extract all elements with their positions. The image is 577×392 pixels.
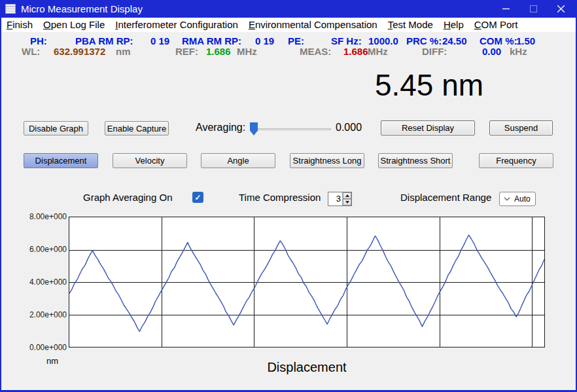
maximize-icon — [530, 5, 537, 12]
menu-environmental-compensation[interactable]: Environmental Compensation — [243, 18, 383, 32]
arrow-down-icon — [345, 201, 349, 204]
diff-label: DIFF: — [422, 46, 447, 57]
suspend-button[interactable]: Suspend — [489, 120, 553, 135]
averaging-slider-track[interactable] — [253, 128, 331, 130]
tab-displacement[interactable]: Displacement — [24, 153, 98, 168]
ref-unit: MHz — [237, 46, 257, 57]
chevron-down-icon — [504, 197, 510, 201]
status-panel: PH: PBA RM RP: 0 19 RMA RM RP: 0 19 PE: … — [0, 32, 577, 62]
wl-label: WL: — [22, 46, 40, 57]
sf-hz-label: SF Hz: — [331, 35, 362, 46]
y-tick-0: 0.00e+000 — [26, 343, 67, 352]
displacement-range-label: Displacement Range — [400, 192, 491, 203]
tab-frequency[interactable]: Frequency — [479, 153, 553, 168]
tab-velocity[interactable]: Velocity — [113, 153, 187, 168]
displacement-graph — [69, 217, 545, 347]
averaging-value: 0.000 — [336, 122, 362, 134]
graph-averaging-checkbox[interactable]: ✓ — [192, 192, 203, 203]
y-tick-2: 2.00e+000 — [26, 310, 67, 319]
diff-value: 0.00 — [482, 46, 501, 57]
pe-label: PE: — [288, 35, 304, 46]
time-compression-down-button[interactable] — [343, 199, 351, 205]
wl-value: 632.991372 — [54, 46, 105, 57]
meas-unit: MHz — [368, 46, 388, 57]
ph-label: PH: — [30, 35, 47, 46]
maximize-button[interactable] — [519, 0, 547, 18]
disable-graph-button[interactable]: Disable Graph — [24, 121, 88, 135]
prc-label: PRC %: — [406, 35, 442, 46]
meas-label: MEAS: — [300, 46, 331, 57]
time-compression-value[interactable]: 3 — [328, 192, 342, 205]
y-axis-unit-label: nm — [46, 356, 58, 366]
close-button[interactable] — [547, 0, 574, 18]
displacement-range-value: Auto — [514, 194, 531, 204]
time-compression-up-button[interactable] — [343, 192, 351, 199]
displacement-reading: 5.45 nm — [364, 67, 495, 104]
menu-com-port[interactable]: COM Port — [469, 18, 523, 32]
y-tick-6: 6.00e+000 — [26, 245, 67, 254]
sf-hz-value: 1000.0 — [368, 35, 398, 46]
menu-help[interactable]: Help — [438, 18, 469, 32]
y-tick-4: 4.00e+000 — [26, 277, 67, 287]
app-icon — [5, 4, 16, 14]
minimize-button[interactable] — [492, 0, 519, 18]
rma-rm-rp-value: 0 19 — [255, 35, 274, 46]
close-icon — [557, 5, 565, 12]
pba-rm-rp-label: PBA RM RP: — [75, 35, 133, 46]
com-label: COM %: — [480, 35, 517, 46]
time-compression-label: Time Compression — [239, 192, 321, 203]
time-compression-stepper[interactable]: 3 — [328, 192, 352, 206]
displacement-range-dropdown[interactable]: Auto — [499, 192, 536, 206]
tab-straightness-long[interactable]: Straightness Long — [290, 153, 364, 168]
tab-straightness-short[interactable]: Straightness Short — [378, 153, 453, 168]
enable-capture-button[interactable]: Enable Capture — [105, 121, 169, 135]
window-border-left — [0, 18, 1, 392]
waveform-svg — [69, 217, 544, 347]
wl-unit: nm — [116, 46, 131, 57]
arrow-up-icon — [345, 194, 349, 197]
checkmark-icon: ✓ — [194, 193, 201, 202]
tab-angle[interactable]: Angle — [201, 153, 275, 168]
app-window: Micro Measurement Display Finish Open Lo… — [0, 0, 577, 392]
prc-value: 24.50 — [442, 35, 467, 46]
pba-rm-rp-value: 0 19 — [150, 35, 169, 46]
menu-open-log-file[interactable]: Open Log File — [38, 18, 110, 32]
y-tick-8: 8.00e+000 — [26, 212, 67, 221]
averaging-label: Averaging: — [196, 122, 245, 134]
reset-display-button[interactable]: Reset Display — [381, 120, 475, 135]
chart-title: Displacement — [69, 360, 545, 375]
diff-unit: kHz — [510, 46, 527, 57]
meas-value: 1.686 — [343, 46, 368, 57]
rma-rm-rp-label: RMA RM RP: — [182, 35, 241, 46]
averaging-slider-thumb[interactable] — [250, 122, 258, 135]
menu-bar: Finish Open Log File Interferometer Conf… — [0, 18, 577, 32]
com-value: 1.50 — [516, 35, 535, 46]
ref-label: REF: — [175, 46, 198, 57]
averaging-slider[interactable] — [250, 122, 331, 137]
menu-interferometer-configuration[interactable]: Interferometer Configuration — [110, 18, 243, 32]
ref-value: 1.686 — [206, 46, 231, 57]
window-title: Micro Measurement Display — [21, 3, 143, 14]
title-bar: Micro Measurement Display — [0, 0, 577, 18]
graph-averaging-label: Graph Averaging On — [83, 192, 172, 203]
menu-test-mode[interactable]: Test Mode — [383, 18, 438, 32]
minimize-icon — [502, 5, 510, 12]
menu-finish[interactable]: Finish — [1, 18, 38, 32]
